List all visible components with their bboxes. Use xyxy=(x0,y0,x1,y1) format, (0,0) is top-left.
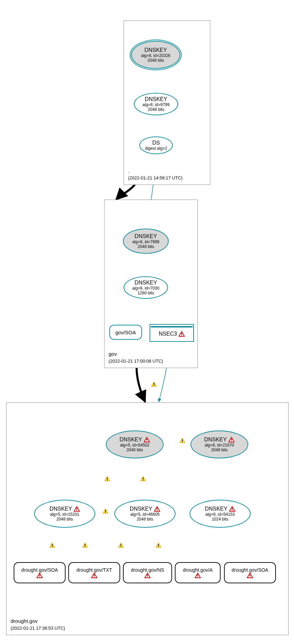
node-gov-ksk-sub1: alg=8, id=7698 xyxy=(132,239,159,244)
node-gov-nsec3-title: NSEC3 xyxy=(159,331,185,337)
node-gov-nsec3: NSEC3 xyxy=(150,324,194,342)
node-drought-zsk3: DNSKEY alg=8, id=54153 1024 bits xyxy=(190,500,251,528)
node-drought-ns: drought.gov/NS xyxy=(123,562,172,583)
node-gov-zsk-title: DNSKEY xyxy=(135,280,157,286)
node-drought-soa1-title: drought.gov/SOA xyxy=(21,567,58,573)
node-drought-ksk2-sub2: 2048 bits xyxy=(211,448,228,452)
node-drought-zsk1-sub2: 2048 bits xyxy=(56,517,73,522)
node-drought-zsk2-sub2: 2048 bits xyxy=(137,517,153,522)
zone-root-timestamp: (2022-01-21 14:58:17 UTC) xyxy=(128,175,183,180)
node-drought-ns-title: drought.gov/NS xyxy=(131,567,164,573)
warning-icon xyxy=(102,508,109,515)
error-icon xyxy=(179,331,185,337)
node-gov-ksk-sub2: 2048 bits xyxy=(138,244,154,249)
warning-icon xyxy=(151,381,157,388)
warning-icon xyxy=(118,542,124,549)
node-drought-zsk3-sub1: alg=8, id=54153 xyxy=(205,512,235,517)
node-root-ksk-sub1: alg=8, id=20326 xyxy=(141,53,170,58)
error-icon xyxy=(74,506,80,512)
node-gov-soa: gov/SOA xyxy=(109,325,142,340)
warning-icon xyxy=(49,542,55,549)
node-drought-ksk2-title: DNSKEY xyxy=(204,437,235,443)
node-drought-zsk2: DNSKEY alg=5, id=46605 2048 bits xyxy=(114,500,176,528)
node-root-zsk-sub1: alg=8, id=9799 xyxy=(142,102,169,107)
node-drought-ksk2: DNSKEY alg=8, id=21670 2048 bits xyxy=(191,430,248,458)
zone-gov-timestamp: (2022-01-21 17:00:08 UTC) xyxy=(109,358,163,364)
node-drought-soa2: drought.gov/SOA xyxy=(224,562,276,583)
node-root-zsk-sub2: 2048 bits xyxy=(148,107,165,112)
warning-icon xyxy=(140,476,146,483)
node-root-ds: DS digest alg=2 xyxy=(139,136,173,154)
node-root-ds-title: DS xyxy=(152,140,160,146)
node-drought-soa1: drought.gov/SOA xyxy=(14,562,66,583)
node-drought-ksk1-sub1: alg=5, id=54502 xyxy=(120,443,149,448)
node-gov-ksk: DNSKEY alg=8, id=7698 2048 bits xyxy=(123,229,169,254)
error-icon xyxy=(144,573,151,578)
node-root-zsk: DNSKEY alg=8, id=9799 2048 bits xyxy=(134,93,178,115)
node-root-zsk-title: DNSKEY xyxy=(145,96,167,102)
node-drought-txt-title: drought.gov/TXT xyxy=(76,567,112,573)
error-icon xyxy=(228,437,235,442)
node-drought-a: drought.gov/A xyxy=(175,562,221,583)
node-root-ksk: DNSKEY alg=8, id=20326 2048 bits xyxy=(131,41,180,69)
node-gov-zsk-sub2: 1280 bits xyxy=(138,291,154,295)
error-icon xyxy=(91,573,97,578)
node-gov-soa-title: gov/SOA xyxy=(115,330,136,335)
node-drought-ksk1: DNSKEY alg=5, id=54502 2048 bits xyxy=(106,430,164,458)
warning-icon xyxy=(104,476,110,483)
node-gov-ksk-title: DNSKEY xyxy=(135,233,157,239)
node-drought-txt: drought.gov/TXT xyxy=(68,562,120,583)
error-icon xyxy=(229,506,235,512)
zone-root-label: . xyxy=(128,168,129,174)
node-drought-zsk3-sub2: 1024 bits xyxy=(212,517,228,522)
node-drought-zsk1-sub1: alg=5, id=15201 xyxy=(50,512,79,517)
warning-icon xyxy=(179,438,185,444)
node-root-ds-sub1: digest alg=2 xyxy=(145,146,167,151)
error-icon xyxy=(37,573,43,578)
error-icon xyxy=(154,506,160,512)
node-gov-zsk-sub1: alg=8, id=7030 xyxy=(132,286,159,291)
node-root-ksk-title: DNSKEY xyxy=(144,47,167,53)
node-root-ksk-sub2: 2048 bits xyxy=(148,58,164,63)
error-icon xyxy=(144,437,150,442)
zone-gov-label: gov xyxy=(109,351,117,357)
warning-icon xyxy=(155,542,162,549)
error-icon xyxy=(195,573,201,578)
zone-drought-label: drought.gov xyxy=(11,618,38,624)
node-gov-zsk: DNSKEY alg=8, id=7030 1280 bits xyxy=(124,276,168,299)
node-drought-zsk2-title: DNSKEY xyxy=(130,506,160,512)
error-icon xyxy=(247,573,253,578)
node-drought-soa2-title: drought.gov/SOA xyxy=(232,567,268,573)
node-drought-ksk2-sub1: alg=8, id=21670 xyxy=(205,443,234,448)
node-drought-ksk1-title: DNSKEY xyxy=(120,437,150,443)
node-drought-ksk1-sub2: 2048 bits xyxy=(126,448,143,452)
zone-drought-timestamp: (2022-01-21 17:36:53 UTC) xyxy=(11,626,65,631)
node-drought-zsk1-title: DNSKEY xyxy=(50,506,80,512)
warning-icon xyxy=(82,542,88,549)
node-drought-zsk2-sub1: alg=5, id=46605 xyxy=(130,512,159,517)
node-drought-zsk3-title: DNSKEY xyxy=(205,506,235,512)
node-drought-zsk1: DNSKEY alg=5, id=15201 2048 bits xyxy=(34,500,95,528)
node-drought-a-title: drought.gov/A xyxy=(183,567,212,573)
